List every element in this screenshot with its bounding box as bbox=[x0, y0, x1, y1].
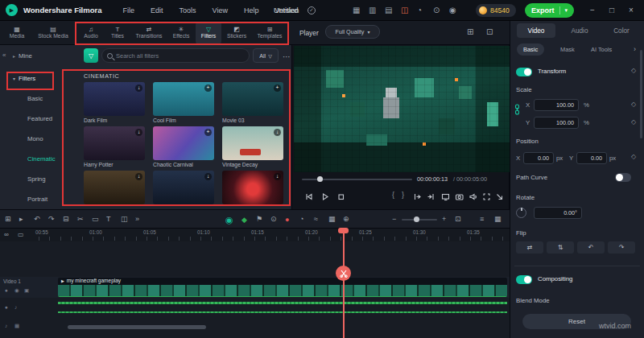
previous-frame-icon[interactable] bbox=[304, 190, 313, 204]
audio-mute-icon[interactable]: ● bbox=[5, 304, 8, 310]
minimize-button[interactable]: − bbox=[590, 6, 595, 14]
rotate-ccw-button[interactable]: ↶ bbox=[577, 241, 605, 254]
filter-thumbnail[interactable]: ↓ bbox=[84, 82, 145, 116]
transform-keyframe-icon[interactable]: ◇ bbox=[631, 68, 636, 74]
search-box[interactable] bbox=[101, 48, 250, 63]
menu-help[interactable]: Help bbox=[236, 6, 267, 14]
player-grid-view-icon[interactable]: ⊞ bbox=[467, 28, 473, 36]
undo-icon[interactable]: ↶ bbox=[34, 216, 40, 223]
tab-filters[interactable]: ▽ Filters bbox=[196, 22, 221, 44]
tab-video[interactable]: Video bbox=[517, 23, 555, 38]
subtab-ai-tools[interactable]: AI Tools bbox=[584, 43, 618, 56]
filter-thumbnail[interactable]: ↓ bbox=[84, 126, 145, 160]
delete-icon[interactable]: ⊟ bbox=[63, 216, 69, 223]
player-expand-icon[interactable]: ⊡ bbox=[486, 28, 493, 36]
play-icon[interactable] bbox=[320, 190, 329, 204]
crop-icon[interactable]: ▭ bbox=[92, 216, 99, 223]
add-icon[interactable]: + bbox=[204, 84, 212, 92]
download-icon[interactable]: ↓ bbox=[274, 173, 281, 180]
filter-card-movie-03[interactable]: + Movie 03 bbox=[222, 82, 283, 124]
select-tool-icon[interactable]: ▸ bbox=[19, 216, 23, 223]
rotate-input[interactable]: 0.00° bbox=[534, 207, 582, 219]
sidebar-item-spring[interactable]: Spring bbox=[27, 176, 46, 183]
split-icon[interactable]: ✂ bbox=[77, 216, 84, 223]
flip-vertical-button[interactable]: ⇅ bbox=[547, 241, 574, 254]
mark-out-icon[interactable] bbox=[426, 190, 435, 204]
position-keyframe-icon[interactable]: ◇ bbox=[631, 154, 636, 160]
tab-titles[interactable]: T Titles bbox=[105, 22, 130, 44]
tab-color[interactable]: Color bbox=[602, 23, 641, 38]
audio-waveform-line[interactable] bbox=[58, 302, 507, 304]
filter-card-vintage-decay[interactable]: ↓ Vintage Decay bbox=[222, 126, 283, 168]
snapshot-camera-icon[interactable] bbox=[455, 190, 464, 204]
tab-transitions[interactable]: ⇄ Transitions bbox=[131, 22, 167, 44]
tab-stock-media[interactable]: ▤ Stock Media bbox=[34, 22, 72, 44]
scale-y-input[interactable]: 100.00 bbox=[534, 117, 579, 129]
layout-icon[interactable]: ▤ bbox=[385, 6, 392, 14]
timeline-grid-icon[interactable]: ▦ bbox=[494, 216, 502, 223]
device-icon[interactable]: ▥ bbox=[369, 6, 376, 14]
audio-note-icon[interactable]: ♪ bbox=[14, 304, 17, 310]
close-button[interactable]: × bbox=[629, 6, 634, 14]
speed-icon[interactable]: ◔ bbox=[299, 216, 303, 223]
compositing-toggle[interactable] bbox=[516, 275, 532, 284]
transform-toggle[interactable] bbox=[516, 68, 532, 76]
maximize-button[interactable]: □ bbox=[609, 6, 614, 14]
search-input[interactable] bbox=[116, 52, 229, 60]
export-button[interactable]: Export ▾ bbox=[525, 3, 574, 18]
menu-view[interactable]: View bbox=[204, 6, 236, 14]
playhead-handle[interactable] bbox=[338, 228, 349, 233]
zoom-in-icon[interactable]: + bbox=[442, 216, 446, 223]
menu-tools[interactable]: Tools bbox=[171, 6, 204, 14]
pos-y-input[interactable]: 0.00 bbox=[576, 152, 607, 164]
tab-audio[interactable]: ♫ Audio bbox=[78, 22, 104, 44]
track-eye-icon[interactable]: ◉ bbox=[14, 287, 19, 294]
sidebar-item-filters[interactable]: ▾ Filters bbox=[13, 76, 35, 82]
filter-card-chaotic-carnival[interactable]: + Chaotic Carnival bbox=[153, 126, 214, 168]
sidebar-item-mine[interactable]: ▸ Mine bbox=[13, 53, 32, 60]
sidebar-item-cinematic[interactable]: Cinematic bbox=[27, 156, 56, 163]
store-icon[interactable]: ▦ bbox=[353, 6, 360, 14]
filter-card-harry-potter[interactable]: ↓ Harry Potter bbox=[84, 126, 145, 168]
zoom-out-icon[interactable]: − bbox=[392, 216, 396, 223]
timeline-scrollbar[interactable] bbox=[68, 325, 206, 329]
filter-thumbnail[interactable]: ↓ bbox=[222, 126, 283, 160]
filter-card-dark-film[interactable]: ↓ Dark Film bbox=[84, 82, 145, 124]
filter-card[interactable]: ↓ bbox=[153, 171, 214, 204]
filter-thumbnail[interactable]: + bbox=[222, 82, 283, 116]
filter-thumbnail[interactable]: ↓ bbox=[222, 171, 283, 204]
download-icon[interactable]: ↓ bbox=[135, 84, 142, 92]
seek-handle[interactable] bbox=[317, 176, 323, 182]
pointer-icon[interactable] bbox=[495, 190, 504, 204]
tab-stickers[interactable]: ◩ Stickers bbox=[223, 22, 250, 44]
all-filter-chip[interactable]: All ▽ bbox=[253, 48, 279, 63]
keyframe-icon[interactable]: ◆ bbox=[242, 216, 247, 224]
list-view-icon[interactable]: ≡ bbox=[480, 216, 484, 223]
subtab-mask[interactable]: Mask bbox=[554, 43, 581, 56]
track-grid-icon[interactable]: ▦ bbox=[14, 323, 19, 329]
download-icon[interactable]: ↓ bbox=[135, 173, 142, 180]
path-curve-toggle[interactable] bbox=[615, 173, 631, 182]
rotate-dial[interactable] bbox=[516, 208, 526, 218]
more-options-icon[interactable]: ⋯ bbox=[283, 53, 291, 61]
subtab-basic[interactable]: Basic bbox=[517, 43, 544, 56]
sidebar-item-basic[interactable]: Basic bbox=[27, 96, 43, 102]
playhead-line[interactable] bbox=[343, 229, 345, 338]
fullscreen-icon[interactable] bbox=[482, 190, 491, 204]
mark-out-brace-icon[interactable]: } bbox=[402, 191, 404, 199]
audio-waveform-line[interactable] bbox=[58, 311, 507, 313]
zoom-slider[interactable] bbox=[402, 219, 437, 221]
coins-badge[interactable]: 84540 bbox=[476, 4, 516, 17]
filter-thumbnail[interactable]: ↓ bbox=[153, 171, 214, 204]
timeline-ruler[interactable]: ∞ ▭ 00:55 01:00 01:05 01:10 01:15 01:20 … bbox=[0, 229, 510, 241]
display-mode-icon[interactable] bbox=[441, 190, 450, 204]
avatar-icon[interactable]: ◉ bbox=[449, 6, 456, 14]
menu-edit[interactable]: Edit bbox=[142, 6, 171, 14]
stop-icon[interactable] bbox=[336, 190, 345, 204]
download-icon[interactable]: ↓ bbox=[274, 129, 281, 136]
track-mute-icon[interactable]: ● bbox=[5, 287, 8, 293]
filter-card[interactable]: ↓ bbox=[84, 171, 145, 204]
link-clips-icon[interactable]: ∞ bbox=[4, 232, 9, 238]
sidebar-item-featured[interactable]: Featured bbox=[27, 116, 52, 122]
pos-x-input[interactable]: 0.00 bbox=[523, 152, 554, 164]
